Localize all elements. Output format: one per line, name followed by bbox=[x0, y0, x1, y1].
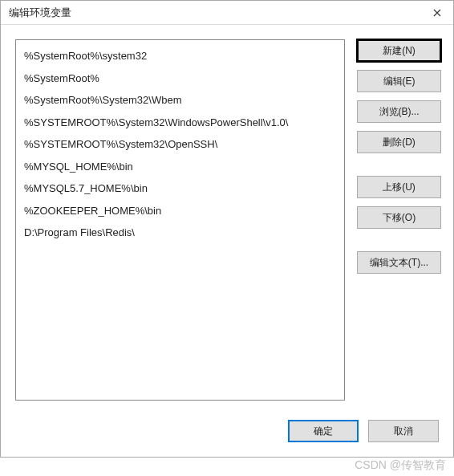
close-icon bbox=[433, 9, 441, 17]
list-item[interactable]: %ZOOKEEPER_HOME%\bin bbox=[16, 200, 344, 222]
titlebar: 编辑环境变量 bbox=[1, 1, 453, 25]
list-item[interactable]: %SystemRoot% bbox=[16, 67, 344, 90]
path-listbox[interactable]: %SystemRoot%\system32 %SystemRoot% %Syst… bbox=[15, 39, 345, 401]
dialog-body: %SystemRoot%\system32 %SystemRoot% %Syst… bbox=[1, 25, 453, 457]
cancel-button[interactable]: 取消 bbox=[368, 420, 439, 442]
edit-env-var-dialog: 编辑环境变量 %SystemRoot%\system32 %SystemRoot… bbox=[0, 0, 454, 458]
side-buttons: 新建(N) 编辑(E) 浏览(B)... 删除(D) 上移(U) 下移(O) 编… bbox=[357, 39, 441, 401]
edit-button[interactable]: 编辑(E) bbox=[357, 70, 441, 92]
list-item[interactable]: %MYSQL_HOME%\bin bbox=[16, 156, 344, 178]
main-row: %SystemRoot%\system32 %SystemRoot% %Syst… bbox=[1, 25, 453, 409]
list-item[interactable]: %SYSTEMROOT%\System32\WindowsPowerShell\… bbox=[16, 112, 344, 134]
edittext-button[interactable]: 编辑文本(T)... bbox=[357, 251, 441, 274]
close-button[interactable] bbox=[421, 1, 453, 25]
list-item[interactable]: D:\Program Files\Redis\ bbox=[16, 222, 344, 244]
ok-button[interactable]: 确定 bbox=[288, 420, 359, 442]
list-item[interactable]: %SystemRoot%\System32\Wbem bbox=[16, 89, 344, 112]
new-button[interactable]: 新建(N) bbox=[357, 39, 441, 62]
moveup-button[interactable]: 上移(U) bbox=[357, 176, 441, 198]
list-item[interactable]: %SystemRoot%\system32 bbox=[16, 45, 344, 67]
browse-button[interactable]: 浏览(B)... bbox=[357, 100, 441, 123]
dialog-title: 编辑环境变量 bbox=[9, 6, 421, 20]
movedown-button[interactable]: 下移(O) bbox=[357, 206, 441, 229]
list-item[interactable]: %MYSQL5.7_HOME%\bin bbox=[16, 177, 344, 200]
watermark: CSDN @传智教育 bbox=[355, 458, 446, 473]
dialog-footer: 确定 取消 bbox=[1, 409, 453, 457]
list-item[interactable]: %SYSTEMROOT%\System32\OpenSSH\ bbox=[16, 133, 344, 156]
delete-button[interactable]: 删除(D) bbox=[357, 131, 441, 153]
